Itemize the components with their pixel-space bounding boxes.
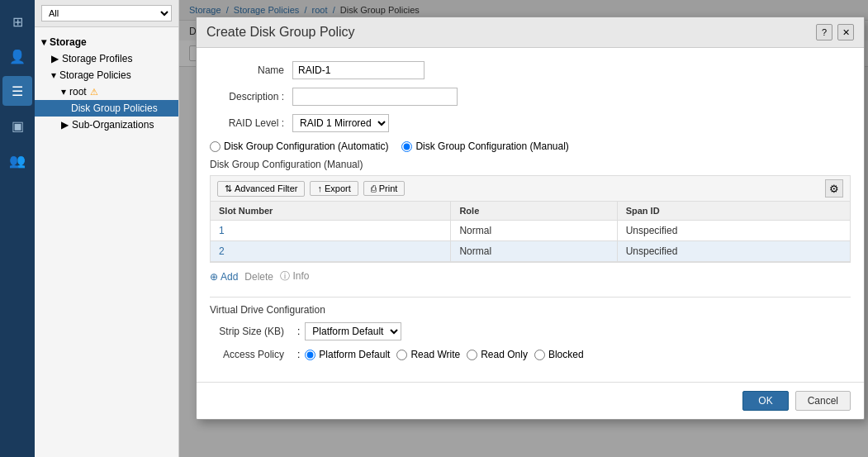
- left-nav: All ▾ Storage ▶ Storage Profiles ▾ Stora…: [35, 0, 179, 457]
- access-policy-row: Access Policy : Platform Default Read Wr…: [210, 349, 851, 360]
- slot-number-cell-2[interactable]: 2: [211, 241, 451, 262]
- colon-sep: :: [292, 326, 305, 337]
- nav-filter-select[interactable]: All: [41, 5, 172, 21]
- modal-body: Name Description : RAID Level : RAID 0 S…: [197, 48, 864, 382]
- info-button[interactable]: ⓘ Info: [280, 269, 309, 283]
- span-id-cell-1: Unspecified: [617, 221, 850, 241]
- nav-filter-header: All: [35, 0, 178, 27]
- arrow-down-icon: ▾: [51, 69, 56, 81]
- nav-item-sub-organizations[interactable]: ▶ Sub-Organizations: [35, 117, 178, 133]
- access-policy-blocked[interactable]: Blocked: [534, 349, 584, 360]
- description-input[interactable]: [292, 88, 458, 106]
- print-icon: ⎙: [371, 183, 377, 193]
- disk-config-manual-radio[interactable]: Disk Group Configuration (Manual): [401, 140, 568, 152]
- raid-level-label: RAID Level :: [210, 117, 292, 129]
- access-policy-read-write[interactable]: Read Write: [396, 349, 460, 360]
- disk-slots-table: Slot Number Role Span ID 1 Normal Unspec…: [210, 201, 851, 262]
- plus-icon: ⊕: [210, 271, 218, 283]
- ok-button[interactable]: OK: [742, 391, 788, 411]
- add-button[interactable]: ⊕ Add: [210, 271, 238, 283]
- nav-item-root[interactable]: ▾ root ⚠: [35, 83, 178, 100]
- access-policy-read-only[interactable]: Read Only: [467, 349, 528, 360]
- modal-header-controls: ? ✕: [816, 24, 854, 40]
- role-cell-2: Normal: [451, 241, 617, 262]
- inner-toolbar: ⇅ Advanced Filter ↑ Export ⎙ Print ⚙: [210, 175, 851, 201]
- name-row: Name: [210, 61, 851, 79]
- nav-item-disk-group-policies[interactable]: Disk Group Policies: [35, 100, 178, 117]
- main-area: Storage / Storage Policies / root / Disk…: [179, 0, 868, 457]
- home-icon[interactable]: ⊞: [2, 7, 32, 36]
- col-role: Role: [451, 202, 617, 221]
- name-label: Name: [210, 64, 292, 76]
- disk-config-section-title: Disk Group Configuration (Manual): [210, 159, 851, 170]
- modal-close-button[interactable]: ✕: [837, 24, 854, 40]
- disk-config-auto-radio[interactable]: Disk Group Configuration (Automatic): [210, 140, 388, 152]
- col-span-id: Span ID: [617, 202, 850, 221]
- table-row: 1 Normal Unspecified: [211, 221, 851, 241]
- nav-item-storage-policies[interactable]: ▾ Storage Policies: [35, 67, 178, 83]
- info-icon: ⓘ: [280, 270, 290, 282]
- col-slot-number: Slot Number: [211, 202, 451, 221]
- monitor-icon[interactable]: ▣: [2, 111, 32, 140]
- modal-title: Create Disk Group Policy: [206, 25, 355, 40]
- nav-tree: ▾ Storage ▶ Storage Profiles ▾ Storage P…: [35, 27, 178, 140]
- table-bottom-toolbar: ⊕ Add Delete ⓘ Info: [210, 262, 851, 290]
- modal-footer: OK Cancel: [197, 382, 864, 419]
- raid-level-row: RAID Level : RAID 0 Striped RAID 1 Mirro…: [210, 114, 851, 132]
- description-label: Description :: [210, 91, 292, 102]
- raid-level-select[interactable]: RAID 0 Striped RAID 1 Mirrored RAID 5 Pa…: [292, 114, 389, 132]
- nav-item-storage-profiles[interactable]: ▶ Storage Profiles: [35, 50, 178, 67]
- table-row: 2 Normal Unspecified: [211, 241, 851, 262]
- colon-sep2: :: [292, 349, 305, 360]
- access-policy-label: Access Policy: [210, 349, 292, 360]
- description-row: Description :: [210, 88, 851, 106]
- inner-export-button[interactable]: ↑ Export: [310, 181, 358, 196]
- cancel-button[interactable]: Cancel: [795, 391, 851, 411]
- export-icon: ↑: [317, 183, 322, 193]
- strip-size-label: Strip Size (KB): [210, 326, 292, 337]
- settings-button[interactable]: ⚙: [825, 179, 843, 198]
- filter-icon: ⇅: [225, 183, 232, 194]
- delete-button[interactable]: Delete: [244, 271, 273, 283]
- disk-config-radio-group: Disk Group Configuration (Automatic) Dis…: [210, 140, 851, 152]
- modal-help-button[interactable]: ?: [816, 24, 832, 40]
- list-icon[interactable]: ☰: [2, 76, 32, 106]
- role-cell-1: Normal: [451, 221, 617, 241]
- create-disk-group-policy-modal: Create Disk Group Policy ? ✕ Name Descri…: [196, 17, 865, 420]
- nav-item-storage[interactable]: ▾ Storage: [35, 34, 178, 50]
- slot-number-cell-1[interactable]: 1: [211, 221, 451, 241]
- sidebar: ⊞ 👤 ☰ ▣ 👥: [0, 0, 35, 457]
- inner-toolbar-right: ⚙: [825, 179, 843, 198]
- strip-size-select[interactable]: Platform Default 64 128 256 512 1024: [305, 322, 401, 340]
- inner-advanced-filter-button[interactable]: ⇅ Advanced Filter: [217, 181, 305, 197]
- vd-section-title: Virtual Drive Configuration: [210, 297, 851, 316]
- span-id-cell-2: Unspecified: [617, 241, 850, 262]
- arrow-down-icon: ▾: [61, 86, 66, 98]
- strip-size-row: Strip Size (KB) : Platform Default 64 12…: [210, 322, 851, 340]
- name-input[interactable]: [292, 61, 425, 79]
- arrow-right-icon: ▶: [51, 53, 59, 64]
- modal-header: Create Disk Group Policy ? ✕: [197, 17, 864, 48]
- arrow-right-icon: ▶: [61, 119, 69, 131]
- root-warning-icon: ⚠: [90, 87, 98, 98]
- access-policy-platform-default[interactable]: Platform Default: [305, 349, 390, 360]
- inner-print-button[interactable]: ⎙ Print: [363, 181, 406, 196]
- users-icon[interactable]: 👤: [2, 41, 32, 71]
- modal-overlay: Create Disk Group Policy ? ✕ Name Descri…: [179, 0, 868, 457]
- person-icon[interactable]: 👥: [2, 145, 32, 175]
- virtual-drive-section: Virtual Drive Configuration Strip Size (…: [210, 297, 851, 360]
- arrow-down-icon: ▾: [41, 36, 46, 48]
